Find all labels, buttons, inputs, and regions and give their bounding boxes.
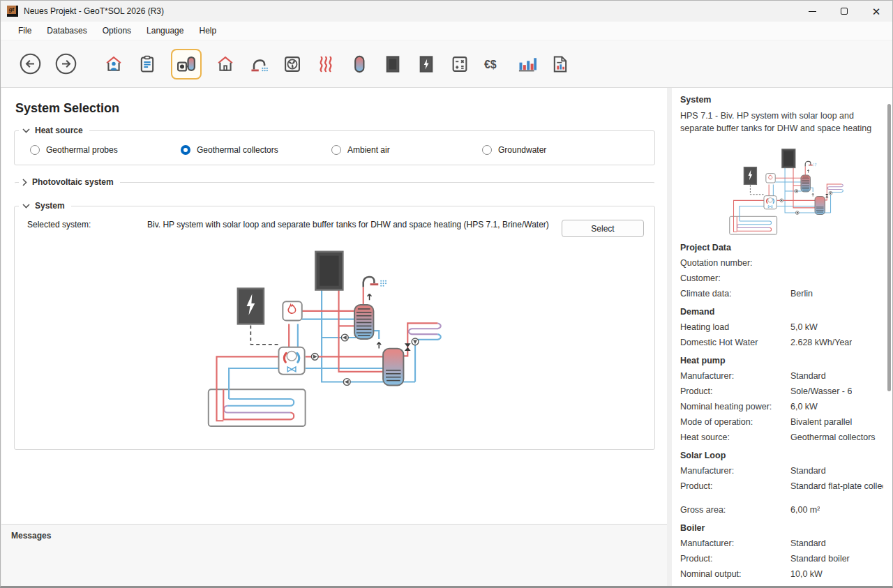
system-icon	[176, 54, 197, 75]
sidebar-data-row: Product:Standard flat-plate collector	[680, 478, 883, 494]
heat-waves-icon	[316, 53, 336, 75]
heat-source-radio[interactable]	[181, 145, 190, 155]
window-title: Neues Projekt - GeoT*SOL 2026 (R3)	[24, 6, 164, 16]
sidebar-section-title: Solar Loop	[680, 448, 883, 463]
system-section: System Selected system: Biv. HP system w…	[14, 201, 655, 450]
sidebar-system-description: HPS 7.1 - Biv. HP system with solar loop…	[680, 110, 887, 135]
menu-databases[interactable]: Databases	[39, 23, 94, 38]
heating-button[interactable]	[316, 52, 336, 77]
photovoltaic-label: Photovoltaic system	[32, 177, 114, 187]
sidebar-section-title: Photovoltaic system	[680, 585, 883, 587]
storage-tank-button[interactable]	[350, 52, 369, 77]
report-button[interactable]	[550, 52, 570, 77]
chevron-down-icon	[22, 128, 30, 133]
consumption-button[interactable]	[137, 52, 157, 77]
radio-label: Geothermal probes	[46, 145, 118, 155]
sidebar-data-row: Gross area:6,00 m²	[680, 502, 883, 518]
sidebar-sections: Project DataQuotation number:Customer:Cl…	[680, 240, 883, 587]
sidebar-section-title: Project Data	[680, 240, 883, 255]
heat-source-label: Heat source	[35, 126, 83, 135]
sidebar-data-row: Manufacturer:Standard	[680, 368, 883, 384]
chevron-right-icon	[22, 179, 27, 186]
radio-label: Groundwater	[498, 145, 546, 155]
messages-panel: Messages	[1, 524, 667, 587]
maximize-icon	[841, 8, 848, 15]
radio-label: Ambient air	[347, 145, 390, 155]
selected-system-label: Selected system:	[27, 220, 147, 229]
system-label: System	[35, 201, 65, 211]
ventilation-button[interactable]	[283, 52, 302, 77]
bar-chart-icon	[517, 54, 536, 75]
sidebar-data-row: Manufacturer:Standard	[680, 463, 883, 478]
pv-module-button[interactable]	[417, 52, 436, 77]
calculator-icon	[450, 54, 470, 75]
menu-file[interactable]: File	[10, 23, 39, 38]
sidebar-data-row: Mode of operation:Bivalent parallel	[680, 414, 883, 430]
fan-icon	[283, 54, 302, 75]
calculation-button[interactable]	[450, 52, 470, 77]
minimize-button[interactable]	[796, 1, 828, 22]
clipboard-icon	[137, 54, 157, 75]
app-icon: gt	[7, 6, 18, 17]
menu-bar: File Databases Options Language Help	[1, 22, 892, 40]
heat-source-radio[interactable]	[30, 145, 40, 155]
project-data-button[interactable]	[104, 52, 123, 77]
pv-panel-icon	[417, 54, 436, 75]
system-selection-button[interactable]	[171, 49, 202, 80]
select-system-button[interactable]: Select	[562, 220, 644, 237]
menu-options[interactable]: Options	[95, 23, 139, 38]
radio-option-ambient-air[interactable]: Ambient air	[331, 145, 482, 155]
menu-language[interactable]: Language	[139, 23, 191, 38]
forward-button[interactable]	[54, 52, 77, 75]
economics-button[interactable]: €$	[483, 52, 503, 77]
sidebar-data-row: Manufacturer:Standard	[680, 536, 883, 551]
sidebar-scrollbar[interactable]	[887, 104, 891, 391]
heat-source-radio[interactable]	[331, 145, 341, 155]
sidebar-data-row: Climate data:Berlin	[680, 286, 883, 301]
close-button[interactable]: ✕	[860, 1, 892, 22]
sidebar-data-row: Heat source:Geothermal collectors	[680, 430, 883, 445]
sidebar-system-title: System	[680, 95, 883, 105]
house-user-icon	[104, 54, 123, 75]
radio-option-geothermal-collectors[interactable]: Geothermal collectors	[181, 145, 331, 155]
close-icon: ✕	[872, 6, 881, 17]
domestic-hot-water-button[interactable]	[249, 52, 269, 77]
toolbar: €$	[1, 40, 892, 88]
building-button[interactable]	[216, 52, 235, 77]
sidebar-data-row: Quotation number:	[680, 255, 883, 271]
sidebar-section-title: Demand	[680, 304, 883, 319]
sidebar-data-row: Nominal output:10,0 kW	[680, 566, 883, 582]
solar-panel-icon	[383, 54, 403, 75]
heat-source-radio[interactable]	[482, 145, 492, 155]
system-legend[interactable]: System	[19, 201, 71, 211]
svg-text:€$: €$	[484, 58, 497, 70]
heat-source-legend[interactable]: Heat source	[19, 126, 89, 135]
menu-help[interactable]: Help	[191, 23, 224, 38]
system-diagram-thumbnail	[726, 146, 883, 236]
main-panel: System Selection Heat source Geothermal …	[1, 88, 667, 524]
photovoltaic-legend[interactable]: Photovoltaic system	[19, 177, 120, 187]
solar-collector-button[interactable]	[383, 52, 403, 77]
messages-title: Messages	[11, 531, 667, 541]
sidebar-section-title: Heat pump	[680, 353, 883, 368]
sidebar-data-row: Customer:	[680, 271, 883, 286]
tap-icon	[249, 53, 269, 75]
title-bar: gt Neues Projekt - GeoT*SOL 2026 (R3) ✕	[1, 1, 892, 22]
sidebar-data-row: Product:Sole/Wasser - 6	[680, 384, 883, 399]
photovoltaic-section: Photovoltaic system	[14, 177, 655, 188]
maximize-button[interactable]	[828, 1, 860, 22]
house-icon	[216, 54, 235, 75]
sidebar-section-title: Boiler	[680, 520, 883, 536]
back-button[interactable]	[19, 52, 42, 75]
radio-option-geothermal-probes[interactable]: Geothermal probes	[30, 145, 181, 155]
sidebar-data-row: Product:Standard boiler	[680, 551, 883, 566]
summary-sidebar: System HPS 7.1 - Biv. HP system with sol…	[672, 88, 893, 587]
selected-system-value: Biv. HP system with solar loop and separ…	[147, 220, 549, 229]
radio-option-groundwater[interactable]: Groundwater	[482, 145, 633, 155]
minimize-icon	[809, 11, 816, 12]
heat-source-section: Heat source Geothermal probes Geothermal…	[14, 126, 655, 165]
system-diagram	[202, 245, 654, 429]
results-button[interactable]	[517, 52, 536, 77]
chevron-down-icon	[22, 204, 30, 209]
currency-icon: €$	[483, 54, 503, 75]
